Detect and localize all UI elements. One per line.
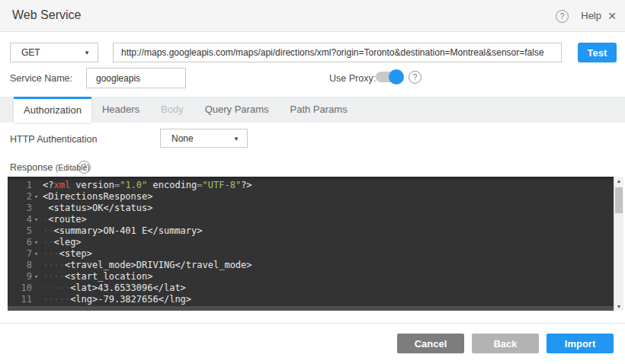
fold-arrow-icon[interactable]: ▾ <box>32 214 40 225</box>
line-number: 6 <box>8 237 32 248</box>
tab-headers[interactable]: Headers <box>91 97 150 123</box>
indent-dots: ··· <box>43 248 59 259</box>
code-text: ·····<lat>43.6533096</lat> <box>43 283 186 293</box>
chevron-down-icon: ▼ <box>233 135 239 142</box>
line-number: 10 <box>8 283 32 294</box>
indent-dots: ····· <box>43 294 70 305</box>
service-name-input[interactable] <box>86 68 186 88</box>
use-proxy-label: Use Proxy: <box>329 73 376 84</box>
code-line: 8····<travel_mode>DRIVING</travel_mode> <box>8 260 614 271</box>
fold-arrow-icon[interactable]: ▾ <box>32 248 40 260</box>
line-number: 1 <box>8 180 32 191</box>
toggle-knob <box>389 69 404 85</box>
tab-authorization[interactable]: Authorization <box>14 97 91 123</box>
line-number: 8 <box>8 260 32 271</box>
code-text: ·····<lng>-79.3827656</lng> <box>43 294 191 305</box>
dialog-header: Web Service ? Help ✕ <box>0 0 625 32</box>
service-name-label: Service Name: <box>10 73 72 84</box>
code-line: 7▾···<step> <box>8 248 614 260</box>
code-text: ··<summary>ON-401 E</summary> <box>43 225 203 236</box>
http-auth-label: HTTP Authentication <box>10 134 97 145</box>
code-text: ····<travel_mode>DRIVING</travel_mode> <box>43 260 252 270</box>
code-editor-lines: 1<?xml version="1.0" encoding="UTF-8"?>2… <box>8 180 614 311</box>
line-number: 9 <box>8 271 32 283</box>
code-line: 2▾<DirectionsResponse> <box>8 191 614 203</box>
fold-arrow-icon[interactable]: ▾ <box>32 271 40 283</box>
code-text: ···<step> <box>43 248 92 259</box>
scrollbar-thumb[interactable] <box>615 187 623 213</box>
code-text: ·<route> <box>43 214 87 225</box>
chevron-down-icon: ▼ <box>84 49 90 56</box>
fold-arrow-icon[interactable]: ▾ <box>32 191 40 203</box>
line-number: 11 <box>8 294 32 305</box>
code-text: <?xml version="1.0" encoding="UTF-8"?> <box>43 180 252 190</box>
tab-path-params[interactable]: Path Params <box>279 97 357 123</box>
help-icon[interactable]: ? <box>556 10 569 23</box>
line-number: 3 <box>8 203 32 214</box>
code-line: 4▾·<route> <box>8 214 614 225</box>
http-auth-select-value: None <box>171 133 194 144</box>
code-line: 5··<summary>ON-401 E</summary> <box>8 225 614 237</box>
tab-bar: Authorization Headers Body Query Params … <box>0 97 625 123</box>
tab-query-params[interactable]: Query Params <box>194 97 280 123</box>
method-select[interactable]: GET ▼ <box>10 43 98 62</box>
scroll-up-icon[interactable]: ▲ <box>614 178 623 184</box>
response-code-editor[interactable]: 1<?xml version="1.0" encoding="UTF-8"?>2… <box>8 177 623 311</box>
code-line: 9▾····<start_location> <box>8 271 614 283</box>
fold-arrow-icon[interactable]: ▾ <box>32 237 40 248</box>
line-number: 7 <box>8 248 32 260</box>
indent-dots: ····· <box>43 283 70 293</box>
scroll-down-icon[interactable]: ▼ <box>614 304 623 309</box>
line-number: 4 <box>8 214 32 225</box>
code-line: 3·<status>OK</status> <box>8 203 614 214</box>
line-number: 2 <box>8 191 32 203</box>
vertical-scrollbar[interactable]: ▲ ▼ <box>614 177 623 311</box>
method-select-value: GET <box>21 47 40 58</box>
code-text: ····<start_location> <box>43 271 153 282</box>
http-auth-select[interactable]: None ▼ <box>160 129 248 148</box>
code-line: 10·····<lat>43.6533096</lat> <box>8 283 614 294</box>
tab-body: Body <box>150 97 194 123</box>
close-icon[interactable]: ✕ <box>606 8 618 24</box>
horizontal-scrollbar[interactable] <box>8 306 614 311</box>
import-button[interactable]: Import <box>546 334 614 353</box>
code-line: 11·····<lng>-79.3827656</lng> <box>8 294 614 305</box>
proxy-help-icon[interactable]: ? <box>409 71 421 84</box>
back-button[interactable]: Back <box>472 334 539 353</box>
code-text: ··<leg> <box>43 237 82 247</box>
help-link[interactable]: Help <box>581 10 601 21</box>
test-button[interactable]: Test <box>578 43 617 62</box>
indent-dots: ·· <box>43 225 53 236</box>
line-number: 5 <box>8 225 32 237</box>
cancel-button[interactable]: Cancel <box>397 334 464 353</box>
code-text: ·<status>OK</status> <box>43 203 153 213</box>
web-service-dialog: Web Service ? Help ✕ GET ▼ Test Service … <box>0 0 625 364</box>
indent-dots: ···· <box>43 271 65 282</box>
url-input[interactable] <box>113 43 562 62</box>
response-help-icon[interactable]: ? <box>78 161 91 174</box>
indent-dots: ·· <box>43 237 53 247</box>
code-line: 1<?xml version="1.0" encoding="UTF-8"?> <box>8 180 614 191</box>
code-line: 6▾··<leg> <box>8 237 614 248</box>
indent-dots: ···· <box>43 260 65 270</box>
code-text: <DirectionsResponse> <box>43 191 153 202</box>
footer-divider <box>0 323 625 324</box>
use-proxy-toggle[interactable] <box>376 72 402 82</box>
page-title: Web Service <box>12 8 81 22</box>
